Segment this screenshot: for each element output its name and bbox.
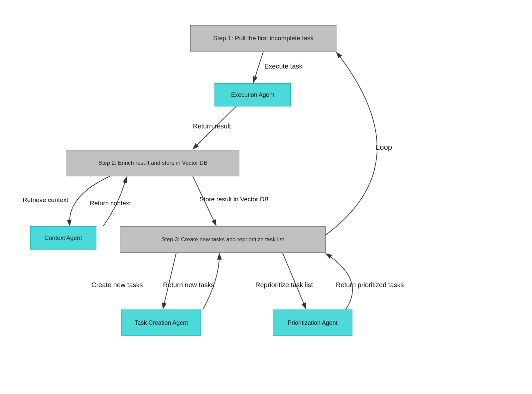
label-store-result: Store result in Vector DB [200,196,269,203]
context-agent-node: Context Agent [30,226,96,250]
label-retrieve-context: Retrieve context [23,196,68,204]
label-return-context: Return context [90,200,131,207]
svg-line-4 [163,253,176,309]
svg-line-3 [193,176,216,226]
label-execute-task: Execute task [264,63,303,70]
label-return-new-tasks: Return new tasks [163,281,214,289]
step3-node: Step 3: Create new tasks and reprioritiz… [120,226,326,253]
label-loop: Loop [376,143,392,152]
execution-agent-node: Execution Agent [214,83,291,106]
label-reprioritize-task-list: Reprioritize task list [255,281,313,289]
label-return-result: Return result [193,122,231,130]
svg-line-2 [193,106,236,149]
arrows-svg [0,0,532,394]
step1-node: Step 1: Pull the first incomplete task [190,25,336,52]
label-create-new-tasks: Create new tasks [91,281,143,289]
prioritization-agent-node: Prioritization Agent [273,309,352,336]
task-creation-agent-node: Task Creation Agent [121,309,201,336]
svg-line-1 [253,52,263,83]
label-return-prioritized-tasks: Return prioritized tasks [336,281,404,289]
diagram-container: Step 1: Pull the first incomplete task E… [0,0,532,394]
step2-node: Step 2: Enrich result and store in Vecto… [66,150,239,176]
svg-line-5 [283,253,306,309]
